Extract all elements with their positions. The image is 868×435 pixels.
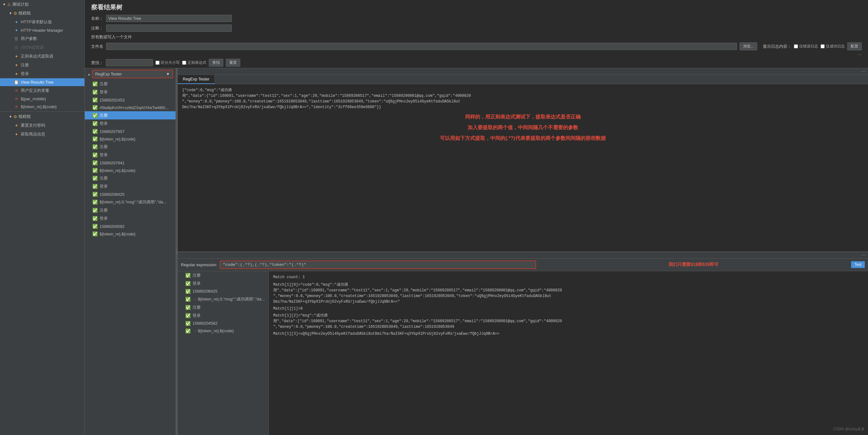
find-button[interactable]: 查找	[209, 59, 223, 67]
sidebar-item-json-extractor[interactable]: ☰ JSON提取器	[0, 43, 85, 52]
bottom-dots: ⋯	[861, 253, 866, 258]
tree-item-15[interactable]: ✅ ${token_re},0,"msg":"成功调用","da...	[85, 198, 176, 206]
errors-only-checkbox[interactable]: 仅错误日志	[794, 44, 818, 49]
gear-icon: ⚙	[13, 11, 17, 16]
sidebar-thread-group-1[interactable]: ▼ ⚙ 线程组	[0, 9, 85, 18]
comment-input[interactable]	[106, 25, 232, 32]
watermark: CSDN @lucky多多	[833, 427, 865, 432]
sidebar-item-label: 获取商品信息	[21, 132, 45, 137]
sidebar-item-login[interactable]: ✦ 登录	[0, 69, 85, 78]
bottom-tree-item-4[interactable]: ✅ 注册	[178, 303, 269, 312]
comment-row: 注释：	[85, 23, 868, 33]
tree-item-13[interactable]: ✅ 登录	[85, 182, 176, 191]
tree-item-label-12: 注册	[99, 175, 108, 181]
browse-button[interactable]: 浏览...	[740, 42, 757, 50]
tree-item-6[interactable]: ✅ 15889207957	[85, 127, 176, 135]
annotation-inline: 我们只需要$1$和$3$即可	[538, 262, 848, 267]
bottom-tree-item-1[interactable]: ✅ 登录	[178, 280, 269, 288]
success-checkbox-input[interactable]	[820, 44, 825, 49]
sidebar-item-http-defaults[interactable]: ✦ HTTP请求默认值	[0, 18, 85, 26]
tree-item-5[interactable]: ✅ 登录	[85, 119, 176, 127]
tree-item-12[interactable]: ✅ 注册	[85, 174, 176, 182]
regex-row: Regular expression: 我们只需要$1$和$3$即可 Test	[178, 259, 868, 271]
bottom-tree-item-6[interactable]: ✅ 15889204582	[178, 320, 269, 327]
panel-title: 察看结果树	[85, 0, 868, 13]
sidebar-item-token-code[interactable]: ✕ ${token_re},${code}	[0, 103, 85, 111]
check-icon-3: ✅	[92, 105, 98, 110]
regex-input[interactable]	[220, 261, 536, 269]
check-icon-10: ✅	[92, 160, 98, 165]
sidebar-item-label: 登录	[21, 71, 29, 77]
bottom-tree-item-0[interactable]: ✅ 注册	[178, 271, 269, 280]
sidebar-item-user-vars[interactable]: ✕ 用户定义的变量	[0, 86, 85, 95]
tree-item-label-3: rl5ta8pKvVH+cz6dZSqAtYAeTw48i0...	[99, 105, 168, 110]
sidebar-item-reset-pwd[interactable]: ✦ 重置支付密码	[0, 121, 85, 130]
right-top-bar: ⋯	[178, 68, 868, 75]
bottom-tree-item-2[interactable]: ✅ 15889208425	[178, 288, 269, 295]
tree-item-4[interactable]: ✅ 注册	[85, 111, 176, 119]
sidebar-item-regex-extractor[interactable]: ✦ 正则表达式提取器	[0, 52, 85, 61]
tree-item-17[interactable]: ✅ 登录	[85, 214, 176, 223]
sidebar-item-results-tree[interactable]: 📋 View Results Tree	[0, 78, 85, 86]
name-input[interactable]	[106, 15, 232, 22]
check-icon-14: ✅	[92, 192, 98, 197]
tree-item-2[interactable]: ✅ 15889202453	[85, 96, 176, 104]
arrow-icon-3: →	[192, 297, 196, 301]
match-1: Match[1][1]=0	[273, 306, 864, 312]
sidebar-test-plan[interactable]: ▼ ⚠ 测试计划	[0, 0, 85, 9]
reset-button[interactable]: 重置	[226, 59, 240, 67]
case-sensitive-checkbox[interactable]: 区分大小写	[155, 60, 180, 65]
check-icon-15: ✅	[92, 200, 98, 205]
errors-checkbox-input[interactable]	[794, 44, 798, 49]
file-input[interactable]	[106, 43, 737, 50]
tab-regexp-tester[interactable]: RegExp Tester	[178, 75, 215, 84]
sidebar-item-label: 用户参数	[21, 36, 37, 41]
check-icon-6: ✅	[92, 129, 98, 134]
success-only-checkbox[interactable]: 仅成功日志	[820, 44, 845, 49]
reset-pwd-icon: ✦	[14, 123, 19, 128]
main-content: 察看结果树 名称： 注释： 所有数据写入一个文件 文件名 浏览... 显示日志内…	[85, 0, 868, 435]
tree-item-1[interactable]: ✅ 登录	[85, 88, 176, 96]
search-input[interactable]	[106, 59, 153, 66]
tree-item-19[interactable]: ✅ ${token_re},${code}	[85, 230, 176, 238]
bottom-tree: ✅ 注册 ✅ 登录 ✅ 15889208425	[178, 271, 269, 435]
configure-button[interactable]: 配置	[847, 42, 862, 50]
bottom-content-area: Match count: 1 Match[1][0]="code":0,"msg…	[269, 271, 868, 435]
test-button[interactable]: Test	[851, 261, 865, 268]
bottom-tree-label-5: 登录	[192, 313, 201, 318]
regex-search-checkbox[interactable]: 正则表达式	[182, 60, 206, 65]
dropdown-arrow: ▼	[166, 72, 170, 76]
par-mobile-icon: ✕	[14, 96, 19, 101]
bottom-tree-label-6: 15889204582	[192, 321, 218, 326]
tree-item-16[interactable]: ✅ 注册	[85, 206, 176, 214]
file-label: 文件名	[91, 44, 104, 49]
bottom-tree-item-3[interactable]: ✅ → ${token_re},0,"msg":"成功调用","da...	[178, 295, 269, 303]
tree-item-18[interactable]: ✅ 15889204582	[85, 223, 176, 230]
check-icon-8: ✅	[92, 144, 98, 149]
tree-item-9[interactable]: ✅ 登录	[85, 151, 176, 159]
tree-item-3[interactable]: ✅ rl5ta8pKvVH+cz6dZSqAtYAeTw48i0...	[85, 104, 176, 111]
sidebar-item-get-product[interactable]: ✦ 获取商品信息	[0, 130, 85, 139]
sidebar-item-register[interactable]: ✦ 注册	[0, 61, 85, 69]
tree-dropdown[interactable]: RegExp Tester ▼	[92, 70, 173, 78]
sidebar-item-http-header[interactable]: ✦ HTTP Header Manager	[0, 26, 85, 34]
check-icon-7: ✅	[92, 137, 98, 141]
case-checkbox-input[interactable]	[155, 61, 159, 65]
tree-item-label-6: 15889207957	[99, 129, 125, 134]
sidebar-thread-group-2[interactable]: ▼ ⚙ 线程组	[0, 112, 85, 121]
tree-item-7[interactable]: ✅ ${token_re},${code}	[85, 135, 176, 143]
bottom-tree-item-7[interactable]: ✅ → ${token_re},${code}	[178, 327, 269, 335]
tree-item-10[interactable]: ✅ 15889207941	[85, 159, 176, 167]
json-content-area: {"code":0,"msg":"成功调 用","data":{"id":160…	[178, 84, 868, 252]
bottom-right-split: ✅ 注册 ✅ 登录 ✅ 15889208425	[178, 271, 868, 435]
tree-item-11[interactable]: ✅ ${token_re},${code}	[85, 167, 176, 174]
tree-item-8[interactable]: ✅ 注册	[85, 143, 176, 151]
sidebar-item-user-params[interactable]: ☰ 用户参数	[0, 34, 85, 43]
check-icon-12: ✅	[92, 176, 98, 181]
bottom-tree-item-5[interactable]: ✅ 登录	[178, 312, 269, 320]
sidebar-item-par-mobile[interactable]: ✕ ${par_mobile}	[0, 95, 85, 103]
tree-item-0[interactable]: ✅ 注册	[85, 80, 176, 88]
tree-item-14[interactable]: ✅ 15889208425	[85, 191, 176, 198]
regex-checkbox-input[interactable]	[182, 61, 186, 65]
regex-search-label: 正则表达式	[187, 60, 206, 65]
